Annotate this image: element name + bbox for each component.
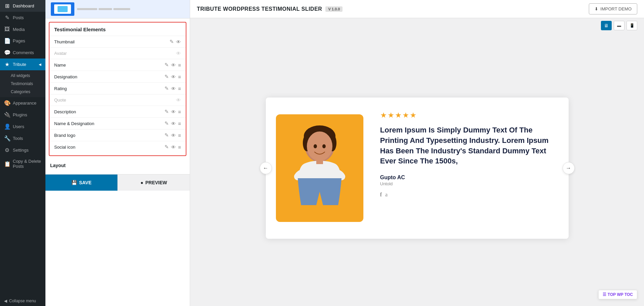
sidebar-item-plugins[interactable]: 🔌 Plugins bbox=[0, 109, 45, 121]
toggle-social-icon-icon[interactable]: 👁 bbox=[171, 144, 176, 150]
toggle-quote-icon[interactable]: 👁 bbox=[176, 97, 181, 103]
collapse-menu-button[interactable]: ◀ Collapse menu bbox=[0, 296, 45, 306]
edit-name-designation-icon[interactable]: ✎ bbox=[165, 120, 169, 126]
sidebar-label-copy-delete: Copy & Delete Posts bbox=[13, 159, 41, 169]
desktop-icon: 🖥 bbox=[604, 23, 609, 28]
element-row-brand-logo: Brand logo ✎ 👁 ≡ bbox=[49, 129, 186, 141]
element-designation-label: Designation bbox=[54, 74, 165, 79]
element-thumbnail-label: Thumbnail bbox=[54, 39, 170, 44]
sidebar-item-comments[interactable]: 💬 Comments bbox=[0, 47, 45, 59]
sidebar-item-copy-delete[interactable]: 📋 Copy & Delete Posts bbox=[0, 156, 45, 171]
element-quote-label: Quote bbox=[54, 98, 176, 103]
element-row-name: Name ✎ 👁 ≡ bbox=[49, 59, 186, 71]
preview-label: PREVIEW bbox=[145, 180, 167, 185]
element-row-designation: Designation ✎ 👁 ≡ bbox=[49, 71, 186, 82]
edit-brand-logo-icon[interactable]: ✎ bbox=[165, 132, 169, 138]
edit-rating-icon[interactable]: ✎ bbox=[165, 85, 169, 91]
facebook-icon[interactable]: f bbox=[380, 192, 382, 198]
element-description-label: Description bbox=[54, 109, 165, 114]
plugins-icon: 🔌 bbox=[4, 112, 10, 118]
element-rating-label: Rating bbox=[54, 86, 165, 91]
layout-title: Layout bbox=[50, 163, 185, 168]
save-label: SAVE bbox=[79, 180, 92, 185]
toggle-designation-icon[interactable]: 👁 bbox=[171, 74, 176, 80]
slider-next-button[interactable]: → bbox=[563, 162, 575, 174]
desktop-view-button[interactable]: 🖥 bbox=[601, 21, 612, 30]
element-row-name-designation: Name & Designation ✎ 👁 ≡ bbox=[49, 117, 186, 129]
sidebar-item-tools[interactable]: 🔧 Tools bbox=[0, 132, 45, 144]
toc-icon: ☰ bbox=[603, 292, 606, 297]
import-icon: ⬇ bbox=[595, 6, 598, 11]
rating-stars: ★★★★★ bbox=[380, 111, 555, 120]
testimonial-slider: ← bbox=[266, 98, 569, 239]
sidebar-item-posts[interactable]: ✎ Posts bbox=[0, 12, 45, 24]
collapse-arrow-icon: ◀ bbox=[4, 299, 7, 303]
plugin-title: TRIBUTE WORDPRESS TESTIMONIAL SLIDER bbox=[197, 6, 322, 12]
sidebar-item-pages[interactable]: 📄 Pages bbox=[0, 35, 45, 47]
element-row-description: Description ✎ 👁 ≡ bbox=[49, 106, 186, 117]
sidebar-item-categories[interactable]: Categories bbox=[7, 88, 45, 96]
toc-bar[interactable]: ☰ TOP WP TOC bbox=[598, 290, 637, 299]
drag-brand-logo-icon[interactable]: ≡ bbox=[178, 132, 181, 138]
testimonial-elements-section: Testimonial Elements Thumbnail ✎ 👁 Avata… bbox=[49, 22, 186, 156]
drag-rating-icon[interactable]: ≡ bbox=[178, 86, 181, 91]
toggle-description-icon[interactable]: 👁 bbox=[171, 109, 176, 115]
tools-icon: 🔧 bbox=[4, 135, 10, 142]
plugin-preview-thumbnail bbox=[45, 0, 190, 18]
slide-image-background bbox=[276, 114, 363, 222]
edit-social-icon-icon[interactable]: ✎ bbox=[165, 144, 169, 150]
toggle-brand-logo-icon[interactable]: 👁 bbox=[171, 132, 176, 138]
toggle-name-designation-icon[interactable]: 👁 bbox=[171, 121, 176, 126]
sidebar-item-tribute[interactable]: ★ Tribute ◀ bbox=[0, 59, 45, 70]
drag-social-icon-icon[interactable]: ≡ bbox=[178, 144, 181, 150]
mobile-view-button[interactable]: 📱 bbox=[627, 21, 637, 30]
edit-thumbnail-icon[interactable]: ✎ bbox=[170, 39, 174, 45]
testimonial-elements-title: Testimonial Elements bbox=[49, 23, 186, 36]
sidebar-submenu: All widgets Testimonials Categories bbox=[0, 70, 45, 97]
preview-button[interactable]: ● PREVIEW bbox=[117, 175, 190, 191]
save-icon: 💾 bbox=[71, 180, 77, 185]
sidebar-label-pages: Pages bbox=[13, 38, 25, 43]
svg-point-6 bbox=[322, 144, 326, 148]
sidebar-item-all-widgets[interactable]: All widgets bbox=[7, 72, 45, 80]
tribute-icon: ★ bbox=[4, 61, 10, 68]
svg-point-5 bbox=[314, 144, 317, 148]
sidebar-item-users[interactable]: 👤 Users bbox=[0, 121, 45, 132]
sidebar-item-appearance[interactable]: 🎨 Appearance bbox=[0, 97, 45, 109]
element-brand-logo-label: Brand logo bbox=[54, 133, 165, 138]
element-brand-logo-icons: ✎ 👁 ≡ bbox=[165, 132, 181, 138]
drag-designation-icon[interactable]: ≡ bbox=[178, 74, 181, 80]
users-icon: 👤 bbox=[4, 123, 10, 130]
toggle-thumbnail-icon[interactable]: 👁 bbox=[176, 39, 181, 45]
left-arrow-icon: ← bbox=[263, 165, 269, 171]
edit-description-icon[interactable]: ✎ bbox=[165, 109, 169, 115]
drag-description-icon[interactable]: ≡ bbox=[178, 109, 181, 115]
sidebar-label-users: Users bbox=[13, 124, 24, 129]
bottom-bar: 💾 SAVE ● PREVIEW bbox=[45, 174, 190, 191]
toggle-rating-icon[interactable]: 👁 bbox=[171, 86, 176, 91]
slide-content-column: ★★★★★ Lorem Ipsum Is Simply Dummy Text O… bbox=[373, 98, 569, 239]
edit-name-icon[interactable]: ✎ bbox=[165, 62, 169, 68]
drag-name-icon[interactable]: ≡ bbox=[178, 62, 181, 68]
sidebar-item-testimonials[interactable]: Testimonials bbox=[7, 80, 45, 88]
pages-icon: 📄 bbox=[4, 38, 10, 44]
sidebar-label-posts: Posts bbox=[13, 15, 24, 20]
sidebar-label-media: Media bbox=[13, 27, 25, 32]
sidebar-item-media[interactable]: 🖼 Media bbox=[0, 24, 45, 35]
toggle-name-icon[interactable]: 👁 bbox=[171, 62, 176, 68]
toggle-avatar-icon[interactable]: 👁 bbox=[176, 50, 181, 56]
slider-prev-button[interactable]: ← bbox=[260, 162, 272, 174]
testimonial-text: Lorem Ipsum Is Simply Dummy Text Of The … bbox=[380, 125, 555, 166]
drag-name-designation-icon[interactable]: ≡ bbox=[178, 121, 181, 126]
sidebar-label-settings: Settings bbox=[13, 148, 29, 153]
mobile-icon: 📱 bbox=[630, 23, 635, 28]
comments-icon: 💬 bbox=[4, 49, 10, 56]
toc-label: TOP WP TOC bbox=[608, 292, 633, 297]
edit-designation-icon[interactable]: ✎ bbox=[165, 74, 169, 80]
tablet-view-button[interactable]: ▬ bbox=[614, 21, 624, 30]
import-demo-button[interactable]: ⬇ IMPORT DEMO bbox=[589, 3, 637, 14]
save-button[interactable]: 💾 SAVE bbox=[45, 175, 117, 191]
sidebar-item-settings[interactable]: ⚙ Settings bbox=[0, 144, 45, 156]
sidebar-item-dashboard[interactable]: ⊞ Dashboard bbox=[0, 0, 45, 12]
amazon-icon[interactable]: a bbox=[385, 192, 388, 198]
